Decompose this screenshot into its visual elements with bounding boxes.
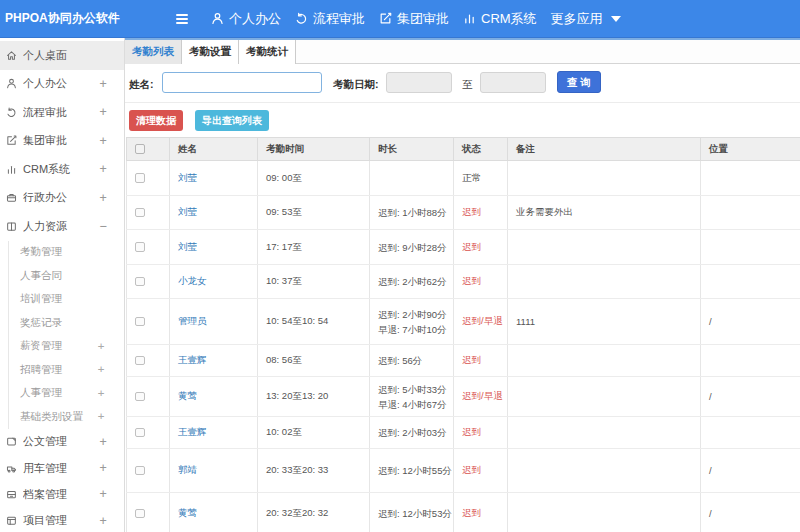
date-from-input[interactable] (386, 72, 452, 93)
tab-item[interactable]: 考勤统计 (239, 40, 296, 64)
sidebar-subitem[interactable]: 人事合同 (9, 264, 124, 288)
duration-cell: 迟到: 5小时33分早退: 4小时67分 (370, 377, 454, 417)
tab-item[interactable]: 考勤设置 (182, 40, 239, 64)
collapse-icon: − (97, 219, 109, 233)
row-select-cell (127, 449, 170, 493)
row-checkbox[interactable] (135, 509, 145, 519)
duration-cell: 迟到: 2小时90分早退: 7小时10分 (370, 299, 454, 345)
employee-name-link[interactable]: 刘莹 (178, 206, 197, 217)
employee-name-link[interactable]: 黄莺 (178, 507, 197, 518)
employee-name-link[interactable]: 刘莹 (178, 241, 197, 252)
expand-icon: + (97, 514, 109, 528)
duration-line: 迟到: 56分 (378, 353, 453, 368)
sidebar-subitem-label: 培训管理 (20, 292, 124, 306)
top-nav-item[interactable]: 流程审批 (295, 10, 365, 28)
location-cell (701, 417, 800, 449)
employee-name-link[interactable]: 刘莹 (178, 172, 197, 183)
duration-line: 迟到: 2小时90分 (378, 307, 453, 322)
sidebar-subitem[interactable]: 培训管理 (9, 288, 124, 312)
status-cell: 迟到 (454, 230, 508, 265)
sidebar-item[interactable]: 流程审批+ (0, 98, 124, 127)
user-icon (6, 78, 17, 89)
sidebar-subitem-label: 基础类别设置 (20, 410, 95, 424)
time-cell: 10: 54至10: 54 (258, 299, 370, 345)
select-all-checkbox[interactable] (135, 144, 145, 154)
remark-cell (508, 345, 701, 377)
row-select-cell (127, 230, 170, 265)
search-button[interactable]: 查 询 (557, 71, 601, 93)
table-row: 王壹辉10: 02至迟到: 2小时03分迟到 (127, 417, 800, 449)
top-nav-item[interactable]: 个人办公 (211, 10, 281, 28)
menu-toggle-icon[interactable] (176, 14, 188, 24)
sidebar-subitem[interactable]: 考勤管理 (9, 241, 124, 265)
sidebar-item[interactable]: 个人办公+ (0, 70, 124, 99)
table-row: 刘莹17: 17至迟到: 9小时28分迟到 (127, 230, 800, 265)
location-cell: / (701, 377, 800, 417)
row-checkbox[interactable] (135, 356, 145, 366)
name-filter-input[interactable] (162, 72, 322, 93)
duration-cell (370, 161, 454, 196)
status-cell: 迟到 (454, 265, 508, 299)
row-checkbox[interactable] (135, 428, 145, 438)
sidebar-submenu: 考勤管理人事合同培训管理奖惩记录薪资管理+招聘管理+人事管理+基础类别设置+ (8, 241, 124, 429)
status-cell: 迟到 (454, 196, 508, 230)
employee-name-link[interactable]: 小龙女 (178, 275, 207, 286)
sidebar-menu: 个人桌面个人办公+流程审批+集团审批+CRM系统+行政办公+人力资源−考勤管理人… (0, 38, 125, 532)
row-checkbox[interactable] (135, 208, 145, 218)
remark-cell (508, 493, 701, 532)
sidebar-item[interactable]: 个人桌面 (0, 41, 124, 70)
employee-name-link[interactable]: 管理员 (178, 315, 207, 326)
date-range-to-label: 至 (462, 78, 473, 92)
menu-bar (176, 14, 188, 16)
top-nav-item[interactable]: CRM系统 (463, 10, 537, 28)
expand-icon: + (97, 435, 109, 449)
row-checkbox[interactable] (135, 466, 145, 476)
edit-icon (379, 12, 392, 25)
sidebar-item[interactable]: 公文管理+ (0, 429, 124, 455)
sidebar-item[interactable]: 档案管理+ (0, 481, 124, 507)
export-list-button[interactable]: 导出查询列表 (195, 110, 269, 131)
menu-bar (176, 18, 188, 20)
row-checkbox[interactable] (135, 277, 145, 287)
sidebar-item[interactable]: 行政办公+ (0, 184, 124, 213)
top-nav-label: CRM系统 (481, 10, 537, 28)
row-checkbox[interactable] (135, 317, 145, 327)
duration-line: 早退: 7小时10分 (378, 322, 453, 337)
sidebar-item[interactable]: CRM系统+ (0, 155, 124, 184)
table-row: 刘莹09: 53至迟到: 1小时88分迟到业务需要外出 (127, 196, 800, 230)
sidebar-item-label: 个人办公 (23, 76, 97, 91)
top-nav-item[interactable]: 集团审批 (379, 10, 449, 28)
sidebar-subitem[interactable]: 薪资管理+ (9, 335, 124, 359)
sidebar-item[interactable]: 人力资源− (0, 212, 124, 241)
expand-icon: + (95, 363, 107, 376)
sidebar-item[interactable]: 用车管理+ (0, 455, 124, 481)
status-text: 迟到 (462, 275, 481, 286)
row-checkbox[interactable] (135, 173, 145, 183)
sidebar-subitem[interactable]: 招聘管理+ (9, 358, 124, 382)
filter-toolbar: 姓名: 考勤日期: 至 查 询 (125, 65, 800, 103)
sidebar-item[interactable]: 项目管理+ (0, 508, 124, 532)
tab-active[interactable]: 考勤列表 (125, 40, 182, 64)
sidebar-subitem[interactable]: 奖惩记录 (9, 311, 124, 335)
row-checkbox[interactable] (135, 242, 145, 252)
employee-name-link[interactable]: 郭靖 (178, 464, 197, 475)
table-row: 刘莹09: 00至正常 (127, 161, 800, 196)
sidebar-item[interactable]: 集团审批+ (0, 127, 124, 156)
row-select-cell (127, 417, 170, 449)
table-row: 郭靖20: 33至20: 33迟到: 12小时55分迟到/ (127, 449, 800, 493)
sidebar-item-label: 档案管理 (23, 487, 97, 502)
sidebar-subitem[interactable]: 人事管理+ (9, 382, 124, 406)
menu-bar (176, 22, 188, 24)
employee-name-link[interactable]: 王壹辉 (178, 426, 207, 437)
employee-name-link[interactable]: 王壹辉 (178, 354, 207, 365)
row-checkbox[interactable] (135, 392, 145, 402)
table-row: 黄莺13: 20至13: 20迟到: 5小时33分早退: 4小时67分迟到/早退… (127, 377, 800, 417)
clear-data-button[interactable]: 清理数据 (129, 110, 183, 131)
expand-icon: + (97, 105, 109, 119)
employee-name-link[interactable]: 黄莺 (178, 390, 197, 401)
sidebar-subitem[interactable]: 基础类别设置+ (9, 405, 124, 429)
app-logo: PHPOA协同办公软件 (0, 10, 176, 27)
top-nav-item[interactable]: 更多应用 (551, 10, 621, 28)
duration-line: 迟到: 5小时33分 (378, 382, 453, 397)
date-to-input[interactable] (480, 72, 546, 93)
